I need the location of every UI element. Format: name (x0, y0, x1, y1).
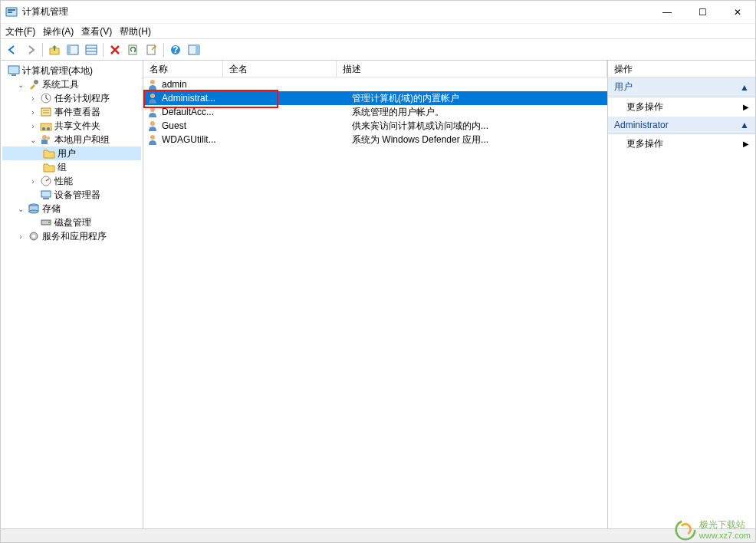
tree-root[interactable]: 计算机管理(本地) (2, 64, 141, 77)
forward-icon (25, 44, 37, 56)
delete-button[interactable] (107, 41, 123, 58)
svg-rect-30 (43, 198, 49, 199)
menu-bar: 文件(F) 操作(A) 查看(V) 帮助(H) (1, 24, 755, 39)
help-button[interactable]: ? (167, 41, 184, 58)
actions-group-users[interactable]: 用户 ▲ (608, 77, 755, 97)
tree-label: 用户 (58, 147, 76, 160)
user-row[interactable]: admin (143, 77, 607, 91)
tree-local-users-groups[interactable]: ⌄ 本地用户和组 (2, 133, 141, 146)
navigation-tree[interactable]: 计算机管理(本地) ⌄ 系统工具 › 任务计划程序 › 事件查看器 › 共享文件… (1, 61, 143, 528)
svg-rect-29 (41, 191, 51, 197)
actions-more-2[interactable]: 更多操作 ▶ (608, 134, 755, 153)
svg-rect-16 (12, 74, 16, 76)
actions-group-administrator[interactable]: Administrator ▲ (608, 117, 755, 134)
maximize-button[interactable]: ☐ (685, 1, 720, 24)
pane-toggle-icon (188, 44, 200, 56)
expand-icon[interactable]: › (28, 108, 38, 117)
pane-icon (67, 44, 79, 56)
user-icon (146, 133, 159, 146)
export-icon (146, 44, 158, 56)
device-icon (40, 189, 52, 201)
tree-label: 共享文件夹 (54, 120, 100, 133)
forward-button[interactable] (22, 41, 39, 58)
refresh-icon (127, 44, 140, 56)
menu-view[interactable]: 查看(V) (81, 25, 112, 37)
tree-disk-management[interactable]: 磁盘管理 (2, 216, 141, 229)
expand-icon[interactable]: › (28, 94, 38, 103)
user-row[interactable]: Guest供来宾访问计算机或访问域的内... (143, 119, 607, 133)
help-icon: ? (169, 44, 182, 56)
svg-rect-26 (41, 140, 48, 144)
svg-rect-1 (8, 9, 15, 11)
svg-point-41 (150, 121, 155, 126)
tree-performance[interactable]: › 性能 (2, 174, 141, 188)
minimize-button[interactable]: — (649, 1, 685, 24)
tree-device-manager[interactable]: 设备管理器 (2, 188, 141, 202)
actions-group-label: 用户 (614, 81, 633, 94)
properties-icon (85, 44, 97, 56)
user-icon (146, 106, 159, 118)
actions-item-label: 更多操作 (626, 137, 663, 150)
user-name: DefaultAcc... (162, 107, 238, 117)
svg-point-27 (47, 137, 50, 140)
svg-rect-10 (147, 45, 155, 54)
tree-task-scheduler[interactable]: › 任务计划程序 (2, 91, 141, 105)
tree-system-tools[interactable]: ⌄ 系统工具 (2, 77, 141, 91)
tree-label: 组 (58, 161, 67, 174)
tree-label: 存储 (42, 202, 61, 216)
user-row[interactable]: WDAGUtilit...系统为 Windows Defender 应用... (143, 133, 607, 146)
export-button[interactable] (143, 41, 160, 58)
svg-point-40 (150, 107, 155, 112)
tree-groups[interactable]: 组 (2, 160, 141, 174)
properties-button[interactable] (83, 41, 100, 58)
tools-icon (28, 78, 40, 90)
tree-event-viewer[interactable]: › 事件查看器 (2, 105, 141, 119)
list-header: 名称 全名 描述 (143, 61, 607, 77)
expand-icon[interactable]: › (28, 122, 38, 130)
svg-point-38 (150, 80, 155, 84)
menu-action[interactable]: 操作(A) (43, 25, 74, 37)
folder-icon (43, 147, 55, 160)
list-body[interactable]: adminAdministrat...管理计算机(域)的内置帐户DefaultA… (143, 77, 607, 528)
show-hide-tree-button[interactable] (64, 41, 81, 58)
tree-users[interactable]: 用户 (2, 146, 141, 160)
collapse-icon[interactable]: ⌄ (16, 81, 25, 89)
actions-more-1[interactable]: 更多操作 ▶ (608, 97, 755, 117)
menu-help[interactable]: 帮助(H) (120, 25, 151, 37)
column-name[interactable]: 名称 (143, 61, 223, 77)
actions-group-label: Administrator (614, 120, 669, 130)
storage-icon (28, 202, 40, 215)
expand-icon[interactable]: › (28, 177, 38, 186)
svg-point-39 (150, 94, 155, 98)
collapse-icon[interactable]: ⌄ (28, 136, 38, 144)
svg-rect-2 (8, 12, 12, 13)
menu-file[interactable]: 文件(F) (5, 25, 35, 37)
refresh-button[interactable] (125, 41, 142, 58)
up-button[interactable] (46, 41, 63, 58)
action-pane-button[interactable] (186, 41, 202, 58)
svg-point-42 (150, 135, 155, 140)
folder-icon (43, 161, 55, 173)
collapse-icon[interactable]: ⌄ (16, 205, 25, 213)
tree-shared-folders[interactable]: › 共享文件夹 (2, 119, 141, 133)
back-button[interactable] (4, 41, 21, 58)
svg-point-24 (47, 127, 50, 130)
chevron-right-icon: ▶ (743, 103, 749, 111)
column-fullname[interactable]: 全名 (223, 61, 337, 77)
performance-icon (40, 175, 52, 187)
expand-icon[interactable]: › (16, 232, 25, 241)
list-pane: 名称 全名 描述 adminAdministrat...管理计算机(域)的内置帐… (143, 61, 608, 528)
svg-rect-6 (86, 45, 97, 54)
user-description: 管理计算机(域)的内置帐户 (352, 92, 607, 105)
svg-point-25 (42, 135, 47, 140)
column-description[interactable]: 描述 (337, 61, 607, 77)
user-row[interactable]: DefaultAcc...系统管理的用户帐户。 (143, 105, 607, 119)
user-row[interactable]: Administrat...管理计算机(域)的内置帐户 (143, 91, 607, 105)
app-icon (5, 6, 18, 18)
tree-label: 服务和应用程序 (42, 230, 107, 243)
tree-storage[interactable]: ⌄ 存储 (2, 202, 141, 216)
tree-label: 系统工具 (42, 78, 79, 91)
tree-services-apps[interactable]: › 服务和应用程序 (2, 229, 141, 243)
event-icon (40, 106, 52, 118)
close-button[interactable]: ✕ (720, 1, 755, 24)
